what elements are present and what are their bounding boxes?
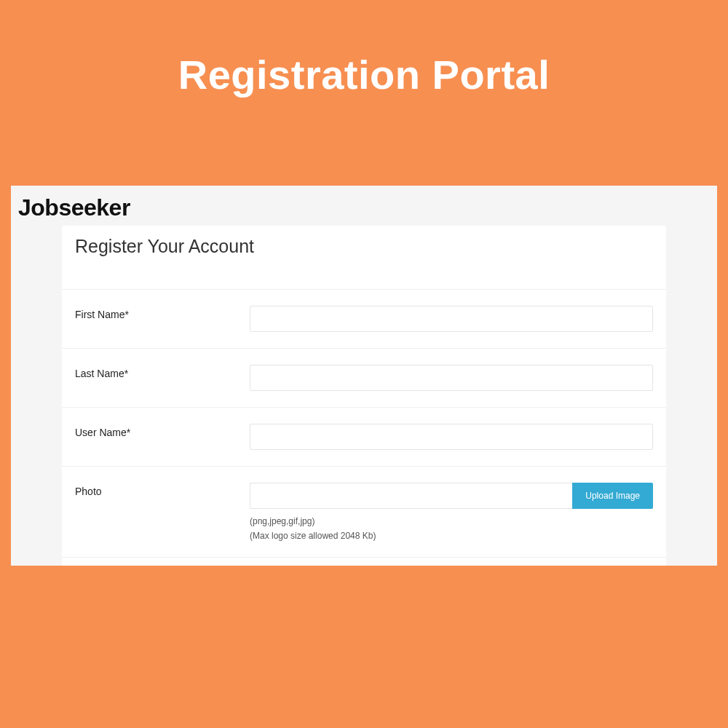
card-title-row: Register Your Account	[62, 226, 666, 289]
row-last-name: Last Name*	[62, 348, 666, 407]
label-user-name: User Name*	[75, 424, 250, 438]
photo-hint-formats: (png,jpeg,gif,jpg)	[250, 516, 653, 526]
photo-input[interactable]	[250, 483, 572, 509]
label-first-name: First Name*	[75, 306, 250, 320]
hero-banner: Registration Portal	[0, 0, 728, 157]
last-name-input[interactable]	[250, 365, 653, 391]
page-title: Registration Portal	[0, 51, 728, 98]
row-photo: Photo Upload Image (png,jpeg,gif,jpg) (M…	[62, 466, 666, 557]
first-name-input[interactable]	[250, 306, 653, 332]
row-email: Email*	[62, 557, 666, 566]
registration-panel: Jobseeker Register Your Account First Na…	[11, 186, 717, 566]
label-last-name: Last Name*	[75, 365, 250, 379]
upload-group: Upload Image	[250, 483, 653, 509]
user-name-input[interactable]	[250, 424, 653, 450]
label-photo: Photo	[75, 483, 250, 497]
row-user-name: User Name*	[62, 407, 666, 466]
upload-image-button[interactable]: Upload Image	[572, 483, 653, 509]
row-first-name: First Name*	[62, 289, 666, 348]
card-title: Register Your Account	[75, 236, 653, 257]
registration-card: Register Your Account First Name* Last N…	[62, 226, 666, 566]
photo-hint-size: (Max logo size allowed 2048 Kb)	[250, 531, 653, 541]
panel-header: Jobseeker	[11, 194, 717, 226]
